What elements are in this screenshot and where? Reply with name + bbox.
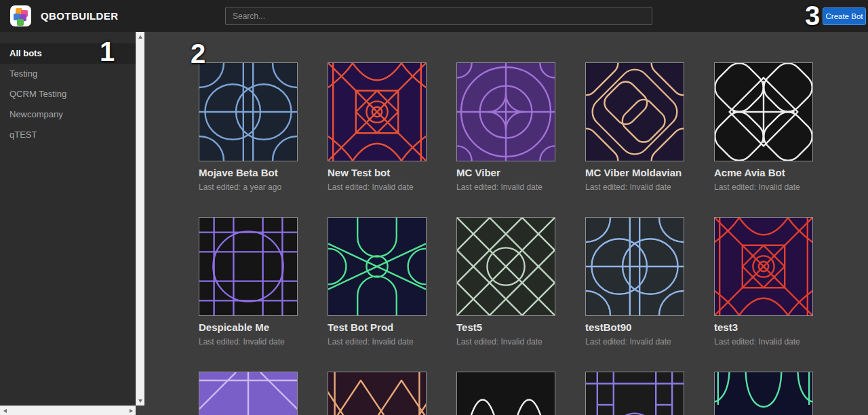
bot-thumbnail [585,372,684,415]
bot-name: Despicable Me [199,321,298,334]
bot-pattern-svg [715,63,812,161]
bot-thumbnail [328,217,427,316]
bot-pattern-svg [715,372,812,415]
bot-name: Acme Avia Bot [714,167,813,179]
bot-pattern-svg [199,218,297,315]
bot-last-edited: Last edited: Invalid date [199,337,298,347]
bot-thumbnail [456,217,555,316]
bot-thumbnail [328,62,427,161]
sidebar-item-testing[interactable]: Testing [0,64,136,84]
app-logo-icon[interactable] [10,5,31,26]
bot-last-edited: Last edited: Invalid date [714,182,813,192]
create-bot-button[interactable]: Create Bot [823,7,866,25]
search-input[interactable] [225,7,652,25]
bot-thumbnail [456,372,555,415]
bot-pattern-svg [457,372,555,415]
sidebar-item-label: qTEST [9,130,37,140]
bot-pattern-svg [328,372,426,415]
bot-last-edited: Last edited: Invalid date [585,182,684,192]
bot-thumbnail [199,372,298,415]
bot-pattern-svg [586,63,684,161]
bot-card[interactable]: Acme Avia Bot Last edited: Invalid date [714,62,813,192]
bot-card[interactable]: test3 Last edited: Invalid date [714,217,813,347]
bot-thumbnail [199,217,298,316]
bot-grid: Mojave Beta Bot Last edited: a year ago … [144,32,868,415]
bot-pattern-svg [586,218,684,315]
bot-thumbnail [585,217,684,316]
bot-thumbnail [714,372,813,415]
bot-grid-area: Mojave Beta Bot Last edited: a year ago … [144,32,868,415]
triangle-left-icon [3,409,7,413]
bot-last-edited: Last edited: Invalid date [328,337,427,347]
bot-name: MC Viber Moldavian [585,167,684,179]
bot-name: Test Bot Prod [328,321,427,334]
bot-card[interactable]: New Test bot Last edited: Invalid date [328,62,427,192]
sidebar-item-all-bots[interactable]: All bots [0,43,136,64]
bot-card[interactable]: Mojave Beta Bot Last edited: a year ago [199,62,298,192]
sidebar-item-label: Newcompany [9,109,63,119]
sidebar-item-newcompany[interactable]: Newcompany [0,104,136,125]
bot-card[interactable]: Despicable Me Last edited: Invalid date [199,217,298,347]
bot-card[interactable]: MC Viber Last edited: Invalid date [456,62,555,192]
bot-pattern-svg [586,372,684,415]
bot-thumbnail [714,217,813,316]
bot-name: New Test bot [328,167,427,179]
bot-card[interactable]: Test Bot Prod Last edited: Invalid date [328,217,427,347]
sidebar-vertical-scrollbar[interactable] [136,32,144,406]
bot-thumbnail [714,62,813,161]
bot-card[interactable]: testBot90 Last edited: Invalid date [585,217,684,347]
bot-pattern-svg [328,63,426,161]
bot-card[interactable] [328,372,427,415]
bot-name: testBot90 [585,321,684,334]
bot-pattern-svg [457,218,555,315]
bot-card[interactable] [199,372,298,415]
triangle-down-icon [138,399,142,403]
bot-name: Test5 [456,321,555,334]
sidebar: All botsTestingQCRM TestingNewcompanyqTE… [0,32,136,406]
sidebar-item-label: QCRM Testing [9,89,66,99]
header: QBOTBUILDER Create Bot [0,0,868,32]
scroll-left-button[interactable] [0,406,9,415]
bot-name: test3 [714,321,813,334]
bot-card[interactable] [456,372,555,415]
bot-card[interactable] [714,372,813,415]
bot-last-edited: Last edited: Invalid date [456,337,555,347]
scroll-down-button[interactable] [136,396,144,406]
bot-last-edited: Last edited: a year ago [199,182,298,192]
app-title: QBOTBUILDER [41,0,118,32]
sidebar-item-label: Testing [9,68,37,79]
sidebar-item-qtest[interactable]: qTEST [0,125,136,145]
bot-pattern-svg [715,218,812,315]
bot-last-edited: Last edited: Invalid date [328,182,427,192]
triangle-right-icon [130,409,133,413]
scroll-right-button[interactable] [126,406,136,415]
sidebar-item-label: All bots [9,48,42,58]
bot-card[interactable] [585,372,684,415]
bot-name: MC Viber [456,167,555,179]
sidebar-item-qcrm-testing[interactable]: QCRM Testing [0,84,136,104]
triangle-up-icon [138,35,142,39]
bot-thumbnail [199,62,298,161]
bot-thumbnail [328,372,427,415]
bot-pattern-svg [199,63,297,161]
sidebar-list: All botsTestingQCRM TestingNewcompanyqTE… [0,32,136,145]
bot-thumbnail [585,62,684,161]
bot-pattern-svg [199,372,297,415]
bot-pattern-svg [328,218,426,315]
colored-blocks-icon [10,5,31,26]
bot-card[interactable]: Test5 Last edited: Invalid date [456,217,555,347]
bot-last-edited: Last edited: Invalid date [585,337,684,347]
scroll-up-button[interactable] [136,32,144,41]
bot-last-edited: Last edited: Invalid date [714,337,813,347]
bot-card[interactable]: MC Viber Moldavian Last edited: Invalid … [585,62,684,192]
bot-pattern-svg [457,63,555,161]
bot-name: Mojave Beta Bot [199,167,298,179]
bot-last-edited: Last edited: Invalid date [456,182,555,192]
bot-thumbnail [456,62,555,161]
sidebar-horizontal-scrollbar[interactable] [0,406,136,415]
